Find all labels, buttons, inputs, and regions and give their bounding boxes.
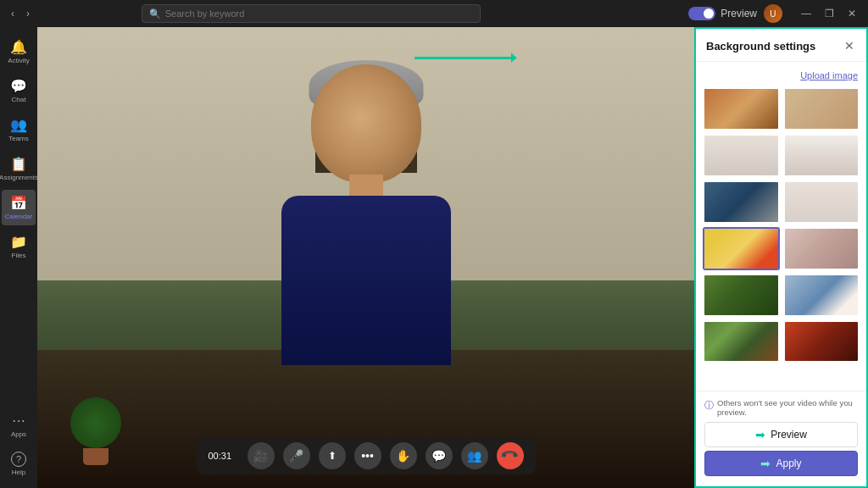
background-thumb-8[interactable] <box>783 227 860 270</box>
thumb-preview-11 <box>704 322 778 362</box>
minimize-button[interactable]: — <box>796 6 816 21</box>
user-avatar[interactable]: U <box>764 4 782 23</box>
video-area: 00:31 🎥 🎤 ⬆ ••• ✋ 💬 👥 📞 <box>37 27 694 488</box>
thumb-preview-8 <box>785 229 859 269</box>
background-thumb-6[interactable] <box>783 180 860 224</box>
share-icon: ⬆ <box>328 450 337 462</box>
thumb-preview-6 <box>785 182 859 222</box>
sidebar-label-files: Files <box>12 252 26 259</box>
nav-buttons: ‹ › <box>7 6 34 21</box>
activity-icon: 🔔 <box>10 39 27 55</box>
sidebar-label-calendar: Calendar <box>5 213 32 220</box>
panel-body: Upload image <box>696 62 866 391</box>
preview-arrow-icon: ➡ <box>755 428 765 441</box>
camera-button[interactable]: 🎥 <box>248 442 275 469</box>
arrow-overlay <box>415 57 516 59</box>
background-thumb-10[interactable] <box>783 274 860 317</box>
raise-hand-button[interactable]: ✋ <box>390 442 417 469</box>
nav-forward-button[interactable]: › <box>22 6 34 21</box>
main-area: 🔔 Activity 💬 Chat 👥 Teams 📋 Assignments … <box>0 27 868 488</box>
sidebar-label-chat: Chat <box>12 96 26 103</box>
apply-arrow-icon: ➡ <box>760 457 771 470</box>
call-timer: 00:31 <box>209 451 239 461</box>
plant-leaves <box>70 397 121 448</box>
sidebar-label-activity: Activity <box>8 57 29 64</box>
sidebar: 🔔 Activity 💬 Chat 👥 Teams 📋 Assignments … <box>0 27 37 488</box>
mic-button[interactable]: 🎤 <box>283 442 310 469</box>
background-thumb-9[interactable] <box>703 274 780 317</box>
background-thumb-3[interactable] <box>703 134 780 177</box>
panel-title: Background settings <box>706 40 815 53</box>
apply-button[interactable]: ➡ Apply <box>704 451 858 476</box>
files-icon: 📁 <box>10 234 27 250</box>
background-thumb-5[interactable] <box>703 180 780 224</box>
background-thumb-12[interactable] <box>783 320 860 363</box>
person-body <box>281 196 451 365</box>
preview-toggle[interactable] <box>688 7 715 20</box>
thumb-preview-3 <box>704 136 778 175</box>
sidebar-label-teams: Teams <box>8 135 29 142</box>
background-grid <box>703 87 860 363</box>
upload-image-button[interactable]: Upload image <box>798 69 860 82</box>
thumb-preview-1 <box>704 89 778 129</box>
preview-toggle-area: Preview <box>688 7 757 20</box>
info-icon: ⓘ <box>704 399 714 412</box>
search-bar: 🔍 <box>142 4 481 23</box>
chat-button[interactable]: 💬 <box>426 442 453 469</box>
plant <box>70 397 121 465</box>
window-controls: — ❐ ✕ <box>796 6 861 21</box>
background-thumb-2[interactable] <box>783 87 860 130</box>
preview-label: Preview <box>721 8 757 19</box>
person-head <box>311 64 421 183</box>
sidebar-item-teams[interactable]: 👥 Teams <box>2 112 36 147</box>
sidebar-item-apps[interactable]: ⋯ Apps <box>2 408 36 443</box>
thumb-preview-4 <box>785 136 859 175</box>
preview-notice: ⓘ Others won't see your video while you … <box>704 398 858 417</box>
panel-header: Background settings ✕ <box>696 29 866 62</box>
sidebar-label-help: Help <box>12 469 25 476</box>
background-thumb-7[interactable] <box>703 227 780 270</box>
arrow-line <box>415 57 516 59</box>
close-button[interactable]: ✕ <box>843 6 861 21</box>
thumb-preview-12 <box>785 322 859 362</box>
end-call-button[interactable]: 📞 <box>497 442 524 469</box>
thumb-preview-9 <box>704 275 778 315</box>
search-input[interactable] <box>165 8 473 19</box>
more-icon: ••• <box>361 449 374 463</box>
title-bar: ‹ › 🔍 Preview U — ❐ ✕ <box>0 0 868 27</box>
sidebar-item-calendar[interactable]: 📅 Calendar <box>2 190 36 225</box>
person <box>205 64 527 456</box>
apps-icon: ⋯ <box>12 413 25 429</box>
background-thumb-11[interactable] <box>703 320 780 363</box>
panel-close-button[interactable]: ✕ <box>843 37 856 54</box>
background-settings-panel: Background settings ✕ Upload image <box>694 27 868 488</box>
thumb-preview-2 <box>785 89 859 129</box>
background-thumb-1[interactable] <box>703 87 780 130</box>
restore-button[interactable]: ❐ <box>820 6 839 21</box>
sidebar-item-assignments[interactable]: 📋 Assignments <box>2 151 36 186</box>
teams-icon: 👥 <box>10 117 27 133</box>
search-icon: 🔍 <box>149 8 161 19</box>
background-thumb-4[interactable] <box>783 134 860 177</box>
thumb-preview-10 <box>785 275 859 315</box>
nav-back-button[interactable]: ‹ <box>7 6 19 21</box>
people-button[interactable]: 👥 <box>461 442 488 469</box>
sidebar-item-files[interactable]: 📁 Files <box>2 229 36 264</box>
assignments-icon: 📋 <box>10 156 27 172</box>
sidebar-item-help[interactable]: ? Help <box>2 446 36 481</box>
share-button[interactable]: ⬆ <box>319 442 346 469</box>
more-button[interactable]: ••• <box>354 442 381 469</box>
camera-icon: 🎥 <box>253 449 268 463</box>
sidebar-item-chat[interactable]: 💬 Chat <box>2 73 36 108</box>
notice-text: Others won't see your video while you pr… <box>717 398 858 417</box>
controls-bar: 00:31 🎥 🎤 ⬆ ••• ✋ 💬 👥 📞 <box>197 437 536 474</box>
panel-footer: ⓘ Others won't see your video while you … <box>696 391 866 486</box>
preview-btn-label: Preview <box>771 429 807 441</box>
help-icon: ? <box>11 452 26 467</box>
sidebar-item-activity[interactable]: 🔔 Activity <box>2 34 36 69</box>
apply-btn-label: Apply <box>776 458 801 469</box>
video-feed <box>37 27 694 488</box>
preview-button[interactable]: ➡ Preview <box>704 422 858 447</box>
thumb-preview-5 <box>704 182 778 222</box>
chat-bubble-icon: 💬 <box>431 449 446 463</box>
